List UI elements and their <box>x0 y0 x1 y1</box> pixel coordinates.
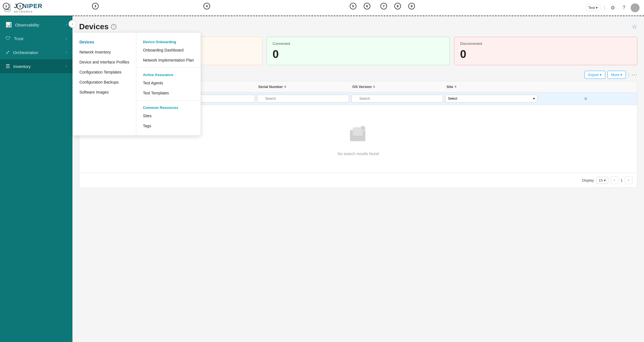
dropdown-item-test-agents[interactable]: Test Agents <box>136 78 201 88</box>
prev-icon: ‹ <box>614 178 615 182</box>
dropdown-item-tags[interactable]: Tags <box>136 121 201 131</box>
sidebar-item-inventory[interactable]: ☰ Inventory › <box>0 59 72 73</box>
inventory-icon: ☰ <box>6 63 10 69</box>
callout-4: 4 <box>203 3 210 9</box>
per-page-chevron: ▾ <box>604 178 606 182</box>
page-help-icon[interactable]: ? <box>111 24 116 30</box>
sidebar-item-trust[interactable]: 🛡 Trust › <box>0 32 72 45</box>
collapse-icon: ‹ <box>72 22 73 26</box>
stat-card-connected[interactable]: Connected 0 <box>267 37 450 65</box>
sidebar-item-label: Trust <box>14 36 62 41</box>
trust-icon: 🛡 <box>6 36 11 41</box>
dropdown-item-onboarding-dashboard[interactable]: Onboarding Dashboard <box>136 45 201 55</box>
dropdown-item-sites[interactable]: Sites <box>136 111 201 121</box>
dropdown-section-common: Common Resources <box>136 103 201 111</box>
export-button[interactable]: Export ▾ <box>585 71 605 79</box>
observability-icon: 📊 <box>6 22 12 28</box>
config-backups-label: Configuration Backups <box>79 80 119 84</box>
dropdown-item-test-templates[interactable]: Test Templates <box>136 88 201 98</box>
sidebar-item-observability[interactable]: 📊 Observability › <box>0 18 72 32</box>
per-page-select[interactable]: 15 ▾ <box>596 177 608 184</box>
site-select[interactable]: Select ▾ <box>445 95 537 102</box>
dropdown-item-network-implementation[interactable]: Network Implementation Plan <box>136 55 201 65</box>
site-select-chevron: ▾ <box>533 97 535 101</box>
sort-icon[interactable]: ⇅ <box>454 85 456 88</box>
stat-value-row: 0 <box>273 48 444 60</box>
dropdown-divider-1 <box>136 67 201 68</box>
header-right: Test ▾ | ⚙ ? <box>586 3 640 12</box>
org-selector[interactable]: Test ▾ <box>586 4 600 11</box>
empty-state-icon <box>347 122 370 148</box>
th-serial: Serial Number ⇅ <box>256 81 350 92</box>
dropdown-item-network-inventory[interactable]: Network Inventory <box>73 47 136 57</box>
svg-rect-4 <box>362 129 364 130</box>
settings-button[interactable]: ⚙ <box>608 3 617 12</box>
dropdown-col-devices: Devices Network Inventory Device and Int… <box>73 33 136 135</box>
stat-label: Connected <box>273 41 444 46</box>
dropdown-item-devices[interactable]: Devices <box>73 37 136 47</box>
os-search-input[interactable] <box>351 95 443 102</box>
software-images-label: Software Images <box>79 90 109 94</box>
dropdown-section-assurance: Active Assurance <box>136 70 201 78</box>
test-agents-label: Test Agents <box>143 81 163 85</box>
sidebar: ‹ 📊 Observability › 🛡 Trust › ⤢ Orchestr… <box>0 16 72 342</box>
callout-7: 7 <box>380 3 387 9</box>
toolbar-divider: | <box>628 72 630 78</box>
prev-page-button[interactable]: ‹ <box>611 176 618 184</box>
more-options-icon[interactable]: ⋮ <box>631 72 638 78</box>
app-body: ‹ 📊 Observability › 🛡 Trust › ⤢ Orchestr… <box>0 16 644 342</box>
chevron-right-icon: › <box>66 64 67 68</box>
sort-icon[interactable]: ⇅ <box>284 85 286 88</box>
header-divider: | <box>604 5 605 11</box>
network-implementation-label: Network Implementation Plan <box>143 58 194 62</box>
th-actions <box>538 81 633 92</box>
dropdown-menu: Devices Network Inventory Device and Int… <box>72 32 201 136</box>
dropdown-col-sections: Device Onboarding Onboarding Dashboard N… <box>136 33 201 135</box>
stat-value: 0 <box>273 48 279 60</box>
serial-search-input[interactable] <box>257 95 349 102</box>
more-button[interactable]: More ▾ <box>607 71 626 79</box>
help-icon: ? <box>623 5 625 11</box>
sidebar-item-orchestration[interactable]: ⤢ Orchestration › <box>0 45 72 59</box>
chevron-right-icon: › <box>66 23 67 27</box>
device-interface-profiles-label: Device and Interface Profiles <box>79 60 129 64</box>
filter-close-button[interactable]: ✕ <box>584 96 587 101</box>
stat-value: 0 <box>460 48 466 60</box>
display-label: Display <box>582 178 594 182</box>
filter-site-wrap: Select ▾ <box>444 94 538 104</box>
chevron-right-icon: › <box>66 50 67 54</box>
page-title: Devices <box>79 22 109 31</box>
dropdown-item-config-backups[interactable]: Configuration Backups <box>73 77 136 87</box>
header-left: ☰ JUNIPER NETWORKS <box>4 3 42 13</box>
config-templates-label: Configuration Templates <box>79 70 121 74</box>
dropdown-item-software-images[interactable]: Software Images <box>73 87 136 97</box>
callout-2: 2 <box>17 3 23 9</box>
next-icon: › <box>628 178 629 182</box>
th-site: Site ⇅ <box>444 81 538 92</box>
filter-serial-wrap: 🔍 <box>256 94 350 104</box>
dropdown-item-config-templates[interactable]: Configuration Templates <box>73 67 136 77</box>
sidebar-nav: 📊 Observability › 🛡 Trust › ⤢ Orchestrat… <box>0 16 72 75</box>
sort-icon[interactable]: ⇅ <box>373 85 375 88</box>
current-page: 1 <box>621 178 623 182</box>
svg-point-3 <box>362 127 364 129</box>
stat-card-disconnected[interactable]: Disconnected 0 <box>454 37 637 65</box>
help-button[interactable]: ? <box>619 3 628 12</box>
test-templates-label: Test Templates <box>143 91 169 95</box>
sidebar-collapse-button[interactable]: ‹ <box>69 20 76 28</box>
org-name: Test ▾ <box>588 6 598 10</box>
dropdown-devices-label: Devices <box>79 40 94 44</box>
dropdown-item-device-interface-profiles[interactable]: Device and Interface Profiles <box>73 57 136 67</box>
callout-8: 8 <box>394 3 401 9</box>
sidebar-item-label: Orchestration <box>13 50 62 55</box>
onboarding-dashboard-label: Onboarding Dashboard <box>143 48 184 52</box>
sidebar-item-label: Inventory <box>13 64 62 69</box>
avatar-button[interactable] <box>631 3 640 12</box>
pagination-row: Display 15 ▾ ‹ 1 › <box>79 173 637 187</box>
annotation-dashed-line <box>0 16 644 16</box>
next-page-button[interactable]: › <box>625 176 633 184</box>
bookmark-icon[interactable]: ☆ <box>632 23 637 30</box>
callout-1: 1 <box>3 3 9 9</box>
gear-icon: ⚙ <box>611 5 615 11</box>
site-select-label: Select <box>448 97 457 101</box>
